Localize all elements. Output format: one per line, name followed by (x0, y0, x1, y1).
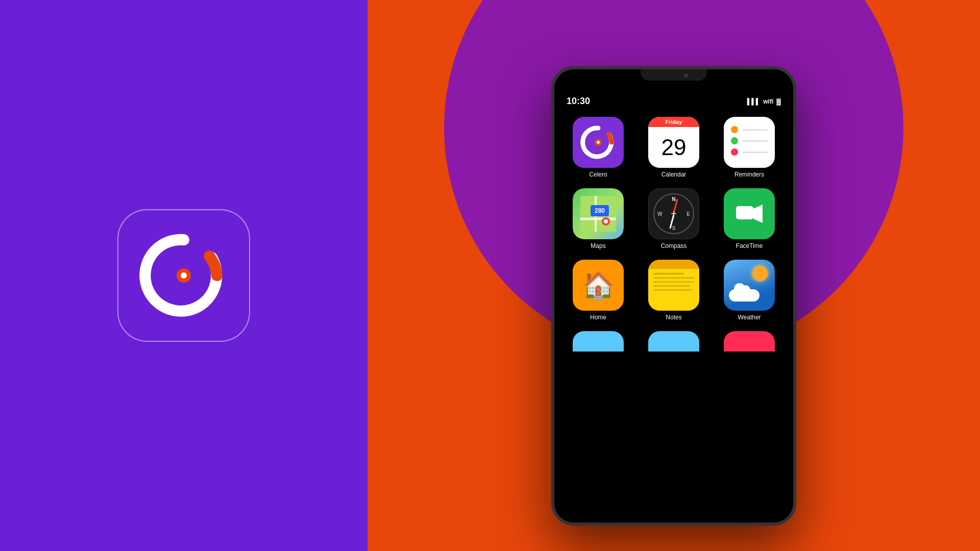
app-item-partial-2 (640, 331, 707, 352)
compass-south: S (672, 226, 676, 231)
compass-north: N (672, 196, 675, 202)
bottom-partial-row (562, 331, 785, 352)
phone-mockup: 10:30 ▌▌▌ wifi ▓ (551, 66, 796, 525)
svg-point-3 (597, 141, 600, 144)
app-item-reminders[interactable]: Reminders (716, 117, 783, 178)
app-icon-maps: 280 (573, 188, 624, 239)
app-item-partial-1 (565, 331, 632, 352)
reminder-row-1 (731, 126, 768, 133)
home-icon-inner: 🏠 (573, 260, 624, 311)
svg-point-1 (181, 272, 187, 279)
app-label-maps: Maps (591, 242, 605, 249)
app-label-calendar: Calendar (662, 171, 687, 178)
app-item-celero[interactable]: Celero (565, 117, 632, 178)
reminders-icon-inner (724, 117, 775, 168)
app-icon-weather (724, 260, 775, 311)
left-panel (0, 0, 368, 551)
app-icon-notes (648, 260, 699, 311)
app-label-celero: Celero (589, 171, 607, 178)
app-item-compass[interactable]: N S E W + Compass (640, 188, 707, 249)
app-label-home: Home (590, 314, 606, 321)
compass-west: W (657, 211, 662, 217)
app-icon-logo (133, 224, 235, 327)
app-icon-celero (573, 117, 624, 168)
app-label-facetime: FaceTime (736, 242, 763, 249)
notes-lines-area (648, 269, 699, 311)
svg-text:280: 280 (595, 207, 605, 214)
calendar-icon-inner: Friday 29 (648, 117, 699, 168)
reminder-dot-1 (731, 126, 738, 133)
app-label-compass: Compass (661, 242, 687, 249)
app-icon-reminders (724, 117, 775, 168)
app-icon-facetime (724, 188, 775, 239)
reminder-row-2 (731, 137, 768, 144)
phone-camera (684, 73, 688, 78)
partial-icon-1 (573, 331, 624, 352)
app-item-maps[interactable]: 280 Maps (565, 188, 632, 249)
status-icons: ▌▌▌ wifi ▓ (747, 98, 781, 105)
app-label-weather: Weather (738, 314, 761, 321)
compass-crosshair: + (671, 208, 677, 220)
compass-icon-inner: N S E W + (653, 193, 694, 234)
reminder-dot-2 (731, 137, 738, 144)
weather-sun (752, 266, 768, 281)
signal-icon: ▌▌▌ (747, 98, 761, 105)
partial-icon-3 (724, 331, 775, 352)
right-panel: 10:30 ▌▌▌ wifi ▓ (368, 0, 980, 551)
svg-marker-12 (753, 205, 763, 223)
app-icon-compass: N S E W + (648, 188, 699, 239)
partial-icon-2 (648, 331, 699, 352)
maps-icon-inner: 280 (573, 188, 624, 239)
notes-icon-inner (648, 260, 699, 311)
app-item-calendar[interactable]: Friday 29 Calendar (640, 117, 707, 178)
weather-icon-inner (724, 260, 775, 311)
celero-icon-bg (573, 117, 624, 168)
notes-line-4 (653, 285, 690, 287)
app-item-partial-3 (716, 331, 783, 352)
svg-point-10 (604, 219, 608, 223)
app-item-weather[interactable]: Weather (716, 260, 783, 321)
compass-east: E (687, 211, 690, 217)
reminder-line-3 (742, 152, 768, 153)
app-item-home[interactable]: 🏠 Home (565, 260, 632, 321)
calendar-day-name: Friday (648, 117, 699, 127)
phone-screen: 10:30 ▌▌▌ wifi ▓ (554, 90, 793, 522)
svg-rect-11 (736, 206, 753, 219)
facetime-icon-inner (724, 188, 775, 239)
notes-line-5 (653, 289, 692, 291)
time-display: 10:30 (567, 96, 590, 107)
calendar-day-number: 29 (662, 136, 687, 159)
reminder-line-2 (742, 140, 768, 142)
app-icon-home: 🏠 (573, 260, 624, 311)
phone-notch (641, 69, 707, 81)
reminder-line-1 (742, 129, 768, 131)
notes-top-strip (648, 260, 699, 269)
app-label-notes: Notes (666, 314, 681, 321)
app-label-reminders: Reminders (734, 171, 764, 178)
notes-line-3 (653, 281, 694, 283)
notes-line-2 (653, 277, 694, 279)
phone-top-bar (554, 69, 793, 90)
reminder-dot-3 (731, 148, 738, 156)
reminder-row-3 (731, 148, 768, 156)
wifi-icon: wifi (763, 98, 773, 105)
status-bar: 10:30 ▌▌▌ wifi ▓ (562, 94, 785, 109)
app-grid: Celero Friday 29 Calendar (562, 117, 785, 321)
app-icon-wireframe (117, 209, 250, 342)
weather-cloud (729, 289, 760, 302)
app-icon-calendar: Friday 29 (648, 117, 699, 168)
app-item-facetime[interactable]: FaceTime (716, 188, 783, 249)
app-item-notes[interactable]: Notes (640, 260, 707, 321)
calendar-body: 29 (662, 127, 687, 168)
notes-line-1 (653, 273, 684, 274)
battery-icon: ▓ (776, 98, 781, 105)
